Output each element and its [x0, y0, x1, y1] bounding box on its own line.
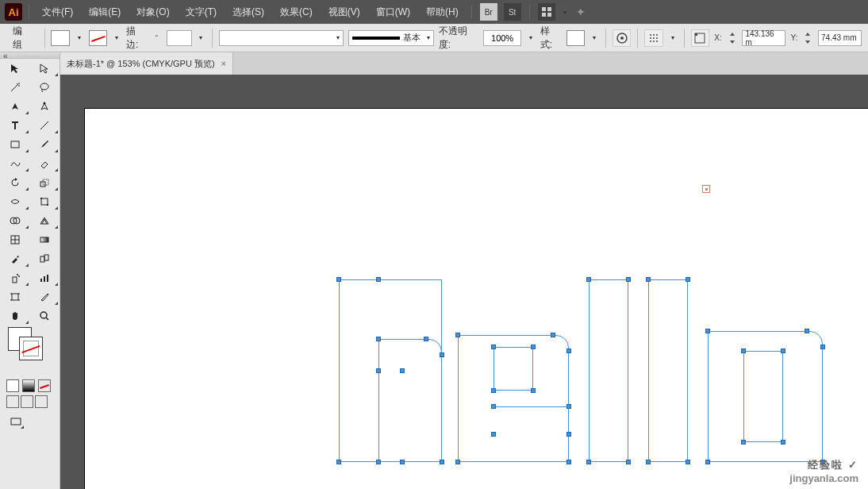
width-tool[interactable] — [0, 192, 30, 211]
rotate-tool[interactable] — [0, 173, 30, 192]
anchor-point[interactable] — [491, 388, 496, 393]
anchor-point[interactable] — [336, 460, 341, 464]
anchor-point[interactable] — [820, 460, 825, 464]
menu-effect[interactable]: 效果(C) — [274, 2, 319, 22]
anchor-point[interactable] — [491, 345, 496, 349]
menu-file[interactable]: 文件(F) — [36, 2, 79, 22]
anchor-point[interactable] — [376, 277, 381, 282]
zoom-tool[interactable] — [30, 306, 60, 325]
x-stepper[interactable] — [727, 29, 738, 47]
anchor-point[interactable] — [455, 460, 460, 464]
shape-builder-tool[interactable] — [0, 211, 30, 230]
draw-behind[interactable] — [21, 395, 33, 408]
anchor-point[interactable] — [440, 352, 444, 357]
anchor-point[interactable] — [626, 277, 631, 282]
brush-definition-select[interactable]: 基本 ▾ — [348, 30, 434, 46]
align-dropdown-icon[interactable]: ▾ — [668, 30, 678, 46]
anchor-point[interactable] — [440, 460, 444, 464]
direct-selection-tool[interactable] — [30, 59, 60, 78]
arrange-documents-button[interactable] — [538, 3, 555, 21]
symbol-sprayer-tool[interactable] — [0, 268, 30, 287]
anchor-point[interactable] — [741, 348, 746, 353]
anchor-point[interactable] — [705, 460, 710, 464]
transform-reference-button[interactable] — [691, 29, 710, 47]
anchor-point[interactable] — [336, 277, 341, 282]
line-tool[interactable] — [30, 116, 60, 135]
anchor-point[interactable] — [567, 348, 571, 353]
artboard[interactable] — [84, 108, 868, 489]
color-mode-none[interactable] — [38, 379, 51, 392]
text-outline-o-inner[interactable] — [743, 351, 783, 442]
menu-object[interactable]: 对象(O) — [130, 2, 175, 22]
free-transform-tool[interactable] — [30, 192, 60, 211]
shaper-tool[interactable] — [0, 154, 30, 173]
anchor-point[interactable] — [626, 460, 631, 464]
stroke-dropdown-icon[interactable]: ▾ — [112, 30, 121, 46]
menu-type[interactable]: 文字(T) — [179, 2, 223, 22]
anchor-point[interactable] — [491, 432, 496, 437]
text-outline-l1[interactable] — [589, 279, 628, 462]
slice-tool[interactable] — [30, 287, 60, 306]
text-outline-h-inner[interactable] — [378, 339, 442, 462]
y-value[interactable]: 74.43 mm — [818, 30, 862, 46]
menu-view[interactable]: 视图(V) — [322, 2, 367, 22]
tab-close-button[interactable]: × — [221, 59, 226, 68]
anchor-point[interactable] — [820, 345, 825, 349]
paintbrush-tool[interactable] — [30, 135, 60, 154]
canvas-viewport[interactable] — [60, 75, 868, 489]
perspective-grid-tool[interactable] — [30, 211, 60, 230]
anchor-point[interactable] — [586, 460, 591, 464]
graphic-style-swatch[interactable] — [567, 30, 586, 46]
stroke-weight-input[interactable] — [167, 30, 192, 46]
anchor-point[interactable] — [531, 345, 536, 349]
rectangle-tool[interactable] — [0, 135, 30, 154]
document-tab[interactable]: 未标题-1* @ 153% (CMYK/GPU 预览) × — [60, 52, 233, 75]
x-value[interactable]: 143.136 m — [742, 30, 785, 46]
text-outline-e-inner[interactable] — [494, 347, 533, 391]
bridge-button[interactable]: Br — [480, 3, 497, 21]
fill-stroke-control[interactable] — [0, 325, 60, 360]
blend-tool[interactable] — [30, 249, 60, 268]
magic-wand-tool[interactable] — [0, 78, 30, 97]
stock-button[interactable]: St — [504, 3, 521, 21]
hand-tool[interactable] — [0, 306, 30, 325]
opacity-dropdown-icon[interactable]: ▾ — [526, 30, 536, 46]
style-dropdown-icon[interactable]: ▾ — [590, 30, 599, 46]
gpu-performance-icon[interactable]: ✦ — [573, 6, 589, 18]
anchor-point[interactable] — [491, 404, 496, 409]
menu-edit[interactable]: 编辑(E) — [83, 2, 127, 22]
menu-window[interactable]: 窗口(W) — [370, 2, 417, 22]
anchor-point[interactable] — [586, 277, 591, 282]
pen-tool[interactable] — [0, 97, 30, 116]
anchor-point[interactable] — [400, 368, 405, 373]
menu-help[interactable]: 帮助(H) — [420, 2, 465, 22]
align-button[interactable] — [644, 29, 663, 47]
artboard-tool[interactable] — [0, 287, 30, 306]
anchor-point[interactable] — [741, 440, 746, 445]
draw-normal[interactable] — [6, 395, 19, 408]
anchor-point[interactable] — [567, 432, 571, 437]
color-mode-gradient[interactable] — [22, 379, 35, 392]
toolbox-grip[interactable]: :::::::: — [0, 52, 60, 59]
lasso-tool[interactable] — [30, 78, 60, 97]
anchor-point[interactable] — [424, 337, 428, 341]
anchor-point[interactable] — [455, 333, 460, 337]
arrange-dropdown-icon[interactable]: ▾ — [560, 4, 570, 20]
gradient-tool[interactable] — [30, 230, 60, 249]
menu-select[interactable]: 选择(S) — [226, 2, 271, 22]
anchor-point[interactable] — [376, 337, 381, 341]
anchor-point[interactable] — [646, 460, 651, 464]
anchor-point[interactable] — [805, 329, 809, 333]
anchor-point[interactable] — [531, 388, 536, 393]
anchor-point[interactable] — [646, 277, 651, 282]
variable-width-profile-select[interactable]: ▾ — [219, 30, 344, 46]
anchor-point[interactable] — [781, 440, 785, 445]
opacity-input[interactable] — [483, 30, 521, 46]
anchor-point[interactable] — [551, 333, 555, 337]
type-tool[interactable] — [0, 116, 30, 135]
anchor-point[interactable] — [567, 404, 571, 409]
scale-tool[interactable] — [30, 173, 60, 192]
curvature-tool[interactable] — [30, 97, 60, 116]
mesh-tool[interactable] — [0, 230, 30, 249]
anchor-point[interactable] — [705, 329, 710, 333]
